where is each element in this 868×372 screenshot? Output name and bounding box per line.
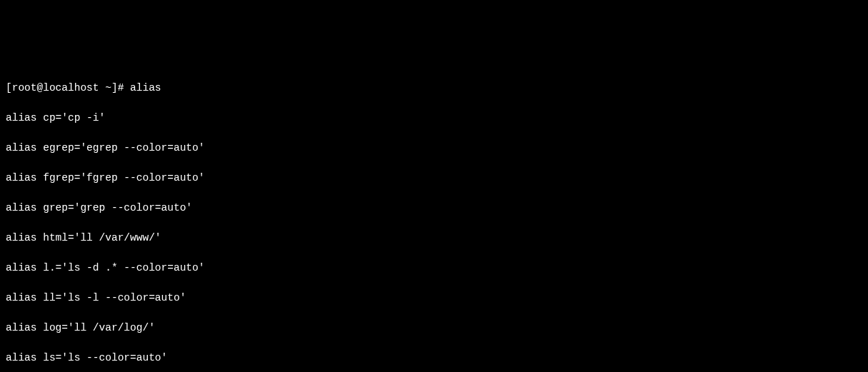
alias-output-line: alias fgrep='fgrep --color=auto'	[6, 171, 862, 186]
alias-output-line: alias l.='ls -d .* --color=auto'	[6, 261, 862, 276]
alias-output-line: alias egrep='egrep --color=auto'	[6, 141, 862, 156]
alias-output-line: alias html='ll /var/www/'	[6, 231, 862, 246]
alias-output-line: alias ll='ls -l --color=auto'	[6, 291, 862, 306]
alias-output-line: alias log='ll /var/log/'	[6, 321, 862, 336]
alias-output-line: alias ls='ls --color=auto'	[6, 351, 862, 366]
alias-output-line: alias grep='grep --color=auto'	[6, 201, 862, 216]
prompt-line-1: [root@localhost ~]# alias	[6, 81, 862, 96]
terminal[interactable]: [root@localhost ~]# alias alias cp='cp -…	[6, 66, 862, 372]
prompt: [root@localhost ~]#	[6, 82, 130, 94]
alias-output-line: alias cp='cp -i'	[6, 111, 862, 126]
command-alias: alias	[130, 82, 161, 94]
